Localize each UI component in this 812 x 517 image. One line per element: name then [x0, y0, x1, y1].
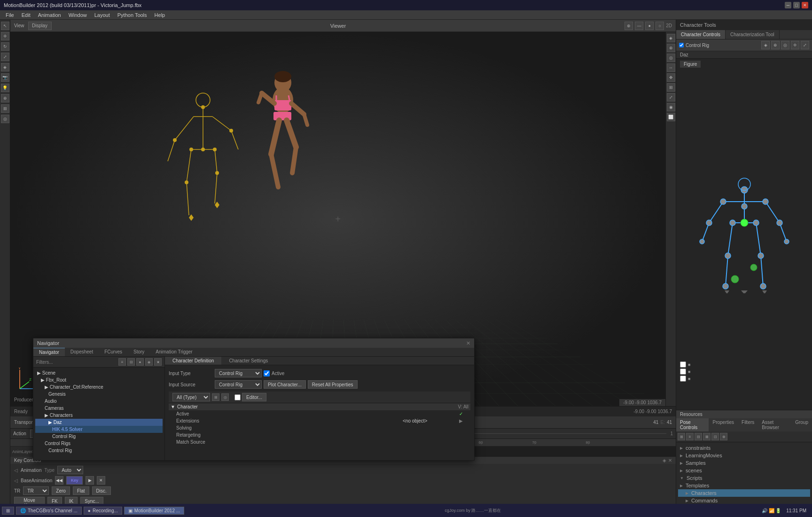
- rt-tool-5[interactable]: ✥: [667, 73, 675, 82]
- viewport-icon4[interactable]: ○: [656, 22, 664, 30]
- tab-filters[interactable]: Filters: [738, 418, 758, 431]
- res-icon4[interactable]: ⊠: [703, 433, 710, 440]
- tab-asset-browser[interactable]: Asset Browser: [758, 418, 791, 431]
- char-icon5[interactable]: ⤢: [801, 41, 809, 49]
- menu-layout[interactable]: Layout: [91, 11, 114, 19]
- nav-tab-anim-trigger[interactable]: Animation Trigger: [150, 348, 198, 356]
- prop-extensions-btn[interactable]: ▶: [459, 418, 463, 423]
- tool-select[interactable]: ↖: [1, 22, 9, 30]
- nav-close[interactable]: ✕: [466, 340, 470, 346]
- res-learning[interactable]: LearningMovies: [678, 452, 810, 459]
- editor-btn[interactable]: Editor...: [242, 393, 266, 401]
- viewport-icon2[interactable]: ―: [635, 22, 643, 30]
- flat-btn[interactable]: Flat: [73, 486, 89, 495]
- menu-window[interactable]: Window: [65, 11, 91, 19]
- nav-audio[interactable]: Audio: [35, 398, 163, 405]
- rt-tool-9[interactable]: ⬜: [667, 113, 675, 121]
- tool-scale[interactable]: ⤢: [1, 53, 9, 61]
- tool-light[interactable]: 💡: [1, 84, 9, 92]
- tab-properties[interactable]: Properties: [709, 418, 738, 431]
- tool-rotate[interactable]: ↻: [1, 42, 9, 51]
- plot-btn[interactable]: Plot Character...: [264, 380, 306, 389]
- tool-pivot[interactable]: ⊕: [1, 94, 9, 102]
- tool-move[interactable]: ✛: [1, 32, 9, 40]
- active-checkbox[interactable]: [264, 370, 270, 376]
- cb1[interactable]: [680, 361, 686, 368]
- nav-tab-story[interactable]: Story: [128, 348, 150, 356]
- viewport-icon3[interactable]: ●: [645, 22, 654, 30]
- reset-btn[interactable]: Reset All Properties: [308, 380, 358, 389]
- res-icon6[interactable]: ⊕: [720, 433, 727, 440]
- res-icon2[interactable]: ≡: [686, 433, 694, 440]
- tool-snap[interactable]: ◎: [1, 115, 9, 123]
- kc-close[interactable]: ✕: [668, 458, 672, 463]
- maximize-button[interactable]: □: [793, 2, 800, 8]
- nav-icon4[interactable]: ◈: [145, 358, 153, 366]
- kc-play[interactable]: ▶: [86, 476, 94, 485]
- rt-tool-8[interactable]: ◉: [667, 103, 675, 111]
- tab-group[interactable]: Group: [791, 418, 812, 431]
- input-source-dropdown[interactable]: Control Rig: [215, 380, 262, 389]
- nav-control-rig2[interactable]: Control Rig: [35, 447, 163, 454]
- filter-icon2[interactable]: ◎: [221, 393, 229, 401]
- res-icon5[interactable]: ⊡: [711, 433, 719, 440]
- type-dropdown[interactable]: Auto: [57, 466, 83, 474]
- nav-characters[interactable]: ▶ Characters: [35, 412, 163, 419]
- kc-icon-1[interactable]: ◈: [663, 458, 666, 463]
- task-recording[interactable]: ● Recording...: [84, 507, 122, 515]
- res-characters[interactable]: Characters: [678, 489, 810, 497]
- nav-fbx-root[interactable]: ▶ Fbx_Root: [35, 376, 163, 384]
- nav-char-ctrl[interactable]: ▶ Character_Ctrl:Reference: [35, 384, 163, 391]
- nav-daz[interactable]: ▶ Daz: [35, 419, 163, 426]
- res-scripts[interactable]: Scripts: [678, 474, 810, 482]
- char-icon1[interactable]: ◈: [761, 41, 770, 49]
- nav-cameras[interactable]: Cameras: [35, 405, 163, 412]
- control-rig-checkbox[interactable]: [679, 43, 684, 47]
- menu-python-tools[interactable]: Python Tools: [114, 11, 151, 19]
- disc-btn[interactable]: Disc.: [92, 486, 111, 495]
- menu-edit[interactable]: Edit: [18, 11, 34, 19]
- nav-tab-fcurves[interactable]: FCurves: [99, 348, 128, 356]
- tool-align[interactable]: ⊞: [1, 104, 9, 113]
- display-button[interactable]: Display: [28, 22, 52, 30]
- nav-icon1[interactable]: ≡: [118, 358, 126, 366]
- filter-icon1[interactable]: ⊞: [212, 393, 219, 401]
- cb3[interactable]: [680, 376, 686, 382]
- tr-dropdown[interactable]: TR: [23, 486, 49, 495]
- tab-char-settings[interactable]: Character Settings: [221, 357, 275, 365]
- task-start[interactable]: ⊞: [2, 507, 14, 515]
- char-icon2[interactable]: ⊕: [771, 41, 780, 49]
- nav-icon5[interactable]: ★: [154, 358, 162, 366]
- menu-animation[interactable]: Animation: [34, 11, 65, 19]
- rt-tool-3[interactable]: ◎: [667, 54, 675, 62]
- res-scenes[interactable]: scenes: [678, 467, 810, 474]
- char-section-header[interactable]: ▼ Character V: All: [169, 403, 470, 410]
- menu-help[interactable]: Help: [151, 11, 169, 19]
- rt-tool-7[interactable]: ⤢: [667, 93, 675, 102]
- res-samples[interactable]: Samples: [678, 459, 810, 467]
- char-icon3[interactable]: ◎: [781, 41, 789, 49]
- res-icon3[interactable]: ⊟: [695, 433, 702, 440]
- editor-checkbox[interactable]: [234, 394, 241, 400]
- tab-pose-controls[interactable]: Pose Controls: [676, 418, 709, 431]
- task-motionbuilder[interactable]: ▣ MotionBuilder 2012 ...: [124, 507, 184, 515]
- nav-hik-solver[interactable]: HIK 4.5 Solver: [35, 426, 163, 433]
- res-commands[interactable]: Commands: [678, 497, 810, 504]
- minimize-button[interactable]: ─: [785, 2, 791, 8]
- kc-close2[interactable]: ✕: [97, 476, 105, 485]
- nav-control-rigs[interactable]: Control Rigs: [35, 440, 163, 447]
- nav-control-rig[interactable]: Control Rig: [35, 433, 163, 440]
- char-icon4[interactable]: ✛: [791, 41, 799, 49]
- figure-tab[interactable]: Figure: [680, 61, 701, 68]
- res-icon1[interactable]: ⊞: [678, 433, 685, 440]
- nav-tab-navigator[interactable]: Navigator: [33, 348, 65, 356]
- filter-dropdown[interactable]: All (Type): [172, 393, 210, 401]
- rt-tool-4[interactable]: ↔: [667, 63, 675, 72]
- task-cgbro[interactable]: 🌐 TheCGBro's Channel ...: [16, 507, 82, 515]
- tool-camera[interactable]: 📷: [1, 73, 9, 82]
- tab-character-controls[interactable]: Character Controls: [676, 30, 726, 39]
- rt-tool-2[interactable]: ⊕: [667, 44, 675, 52]
- res-templates[interactable]: Templates: [678, 482, 810, 489]
- tool-render[interactable]: ◈: [1, 63, 9, 71]
- nav-icon2[interactable]: ⊟: [127, 358, 135, 366]
